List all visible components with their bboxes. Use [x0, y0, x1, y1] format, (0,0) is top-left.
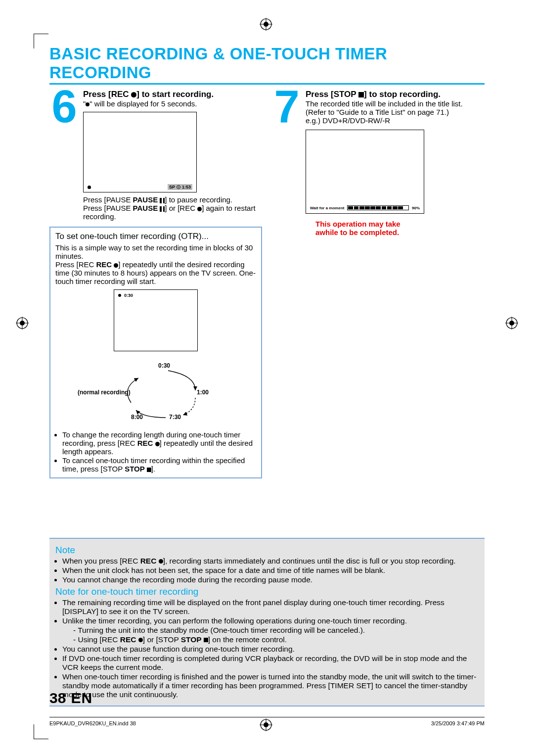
- footer-timestamp: 3/25/2009 3:47:49 PM: [431, 720, 485, 726]
- list-item: To cancel one-touch timer recording with…: [62, 456, 256, 473]
- record-icon: [114, 263, 118, 268]
- pause-instruction: Press [PAUSE PAUSE ] to pause recording.…: [83, 195, 262, 221]
- step-6: 6 Press [REC ] to start recording. "" wi…: [49, 90, 262, 192]
- step-6-heading: Press [REC ] to start recording.: [83, 90, 262, 99]
- tv-preview-step6: SP 1:53: [83, 112, 197, 192]
- record-icon: [159, 559, 163, 564]
- list-item: To change the recording length during on…: [62, 430, 256, 456]
- list-item: You cannot use the pause function during…: [62, 645, 479, 654]
- notes-box: Note When you press [REC REC ], recordin…: [49, 538, 485, 707]
- registration-mark-right: [505, 317, 518, 330]
- step-7-text: The recorded title will be included in t…: [306, 99, 485, 116]
- step-number-6: 6: [49, 90, 79, 192]
- otr-bullets: To change the recording length during on…: [55, 430, 256, 473]
- registration-mark-left: [16, 317, 29, 330]
- recording-mode-chip: SP 1:53: [168, 184, 192, 190]
- otr-title: To set one-touch timer recording (OTR)..…: [55, 232, 256, 241]
- list-item: If DVD one-touch timer recording is comp…: [62, 654, 479, 672]
- warning-text: This operation may takeawhile to be comp…: [315, 220, 485, 236]
- otr-text: Press [REC REC ] repeatedly until the de…: [55, 260, 256, 285]
- cycle-label: (normal recording): [78, 389, 131, 396]
- record-icon: [118, 294, 121, 297]
- pause-icon: [160, 198, 165, 203]
- svg-point-17: [178, 187, 179, 188]
- otr-tv-time: 0:30: [124, 293, 133, 298]
- step-7: 7 Press [STOP ] to stop recording. The r…: [272, 90, 485, 236]
- print-footer: E9PKAUD_DVR620KU_EN.indd 38 3/25/2009 3:…: [49, 717, 485, 726]
- cycle-label: 7:30: [169, 414, 181, 421]
- stop-icon: [204, 638, 208, 642]
- list-item: When one-touch timer recording is finish…: [62, 672, 479, 699]
- crop-mark: [34, 739, 48, 739]
- step-7-heading: Press [STOP ] to stop recording.: [306, 90, 485, 99]
- notes-heading-2: Note for one-touch timer recording: [55, 586, 479, 597]
- notes-heading: Note: [55, 545, 479, 556]
- record-icon: [131, 92, 136, 97]
- record-icon: [138, 638, 143, 642]
- list-item: Using [REC REC ] or [STOP STOP ] on the …: [73, 635, 479, 644]
- list-item: The remaining recording time will be dis…: [62, 598, 479, 616]
- stop-icon: [147, 468, 151, 472]
- crop-mark: [34, 724, 34, 739]
- list-item: When the unit clock has not been set, th…: [62, 566, 479, 575]
- step-number-7: 7: [272, 90, 302, 236]
- step-6-subtext: "" will be displayed for 5 seconds.: [83, 99, 262, 108]
- page-number: 38 EN: [49, 690, 92, 707]
- list-item: Unlike the timer recording, you can perf…: [62, 616, 479, 644]
- otr-cycle-diagram: 0:30 1:00 7:30 8:00 (normal recording): [82, 353, 230, 427]
- crop-mark: [34, 34, 34, 48]
- footer-file: E9PKAUD_DVR620KU_EN.indd 38: [49, 720, 136, 726]
- cycle-label: 1:00: [197, 389, 209, 396]
- list-item: Turning the unit into the standby mode (…: [73, 626, 479, 635]
- registration-mark-top: [260, 18, 272, 31]
- record-icon: [197, 207, 202, 211]
- list-item: When you press [REC REC ], recording sta…: [62, 557, 479, 566]
- crop-mark: [34, 34, 48, 34]
- record-icon: [88, 186, 91, 189]
- page-title: BASIC RECORDING & ONE-TOUCH TIMER RECORD…: [49, 45, 485, 85]
- disc-icon: [177, 185, 180, 189]
- step-7-text: e.g.) DVD+R/DVD-RW/-R: [306, 116, 485, 125]
- stop-icon: [358, 92, 364, 97]
- pause-icon: [160, 206, 165, 212]
- cycle-label: 0:30: [158, 362, 170, 369]
- progress-pct: 90%: [412, 206, 420, 210]
- wait-label: Wait for a moment: [310, 206, 344, 210]
- tv-preview-otr: 0:30: [114, 289, 198, 351]
- otr-box: To set one-touch timer recording (OTR)..…: [49, 227, 262, 478]
- progress-bar: [347, 205, 409, 210]
- record-icon: [155, 442, 160, 446]
- otr-text: This is a simple way to set the recordin…: [55, 243, 256, 260]
- cycle-label: 8:00: [131, 414, 143, 421]
- tv-preview-step7: Wait for a moment 90%: [306, 130, 424, 214]
- list-item: You cannot change the recording mode dur…: [62, 575, 479, 584]
